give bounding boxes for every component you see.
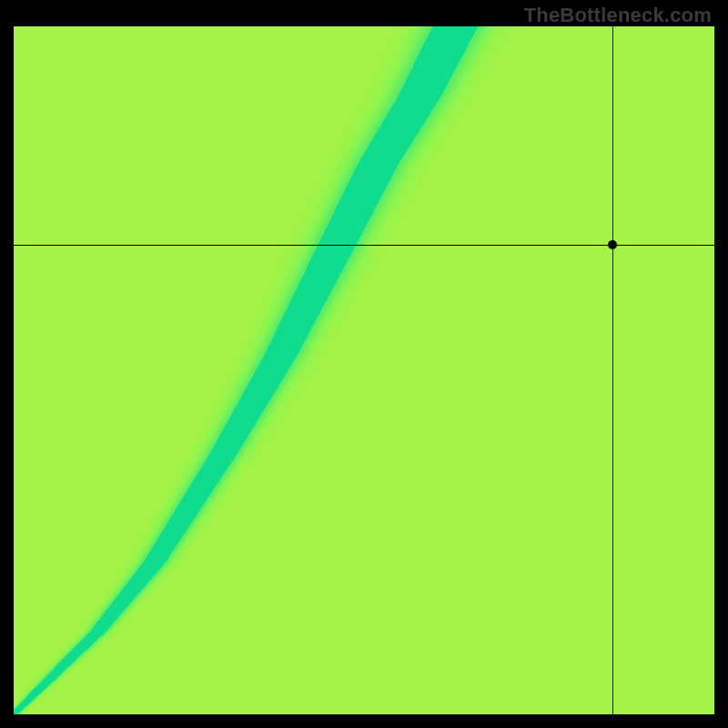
heatmap-canvas	[14, 26, 714, 714]
heatmap-frame	[14, 26, 714, 714]
watermark-text: TheBottleneck.com	[524, 4, 712, 27]
crosshair-vertical	[612, 26, 613, 714]
